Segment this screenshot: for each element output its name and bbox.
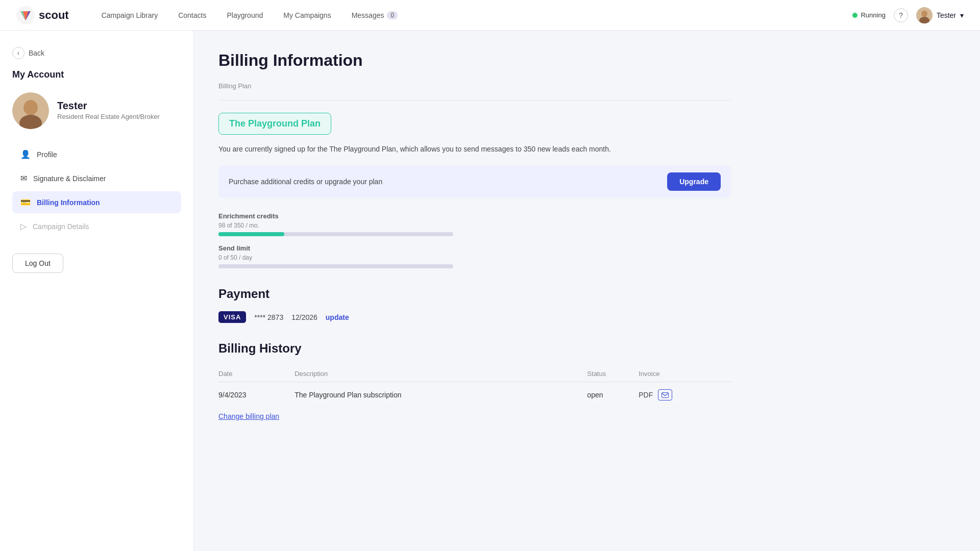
- campaign-details-icon: ▷: [20, 221, 27, 231]
- send-limit-sublabel: 0 of 50 / day: [218, 254, 731, 261]
- card-expiry: 12/2026: [291, 313, 317, 321]
- page-title: Billing Information: [218, 51, 731, 70]
- my-account-title: My Account: [12, 69, 181, 80]
- back-button[interactable]: ‹ Back: [12, 47, 181, 59]
- invoice-email-icon[interactable]: [658, 389, 672, 400]
- sidebar-item-campaign-details: ▷ Campaign Details: [12, 215, 181, 237]
- page-wrapper: ‹ Back My Account Tester Resident Real E…: [0, 31, 980, 551]
- enrichment-credits-label: Enrichment credits: [218, 212, 731, 220]
- messages-badge: 0: [387, 11, 398, 19]
- plan-description: You are currently signed up for the The …: [218, 145, 731, 153]
- billing-icon: 💳: [20, 197, 31, 207]
- header: scout Campaign Library Contacts Playgrou…: [0, 0, 980, 31]
- profile-section: Tester Resident Real Estate Agent/Broker: [12, 92, 181, 129]
- billing-history-title: Billing History: [218, 341, 731, 356]
- signature-icon: ✉: [20, 173, 27, 183]
- user-menu[interactable]: Tester ▾: [916, 7, 964, 23]
- billing-plan-label: Billing Plan: [218, 82, 731, 90]
- credits-section: Enrichment credits 98 of 350 / mo. Send …: [218, 212, 731, 268]
- col-date: Date: [218, 366, 295, 382]
- send-limit-item: Send limit 0 of 50 / day: [218, 244, 731, 268]
- row-description: The Playground Plan subscription: [295, 382, 587, 408]
- main-nav: Campaign Library Contacts Playground My …: [93, 7, 853, 23]
- invoice-pdf-link[interactable]: PDF: [639, 391, 653, 399]
- header-right: Running ? Tester ▾: [852, 7, 964, 23]
- status-indicator: Running: [852, 11, 885, 19]
- enrichment-credits-sublabel: 98 of 350 / mo.: [218, 222, 731, 229]
- logo[interactable]: scout: [16, 6, 69, 24]
- row-date: 9/4/2023: [218, 382, 295, 408]
- back-chevron-icon: ‹: [12, 47, 24, 59]
- billing-history-table: Date Description Status Invoice 9/4/2023…: [218, 366, 731, 408]
- sidebar-item-billing[interactable]: 💳 Billing Information: [12, 191, 181, 213]
- visa-badge: VISA: [218, 311, 246, 323]
- logo-text: scout: [39, 9, 69, 22]
- payment-section: Payment VISA **** 2873 12/2026 update: [218, 287, 731, 323]
- card-last4: **** 2873: [254, 313, 283, 321]
- table-row: 9/4/2023 The Playground Plan subscriptio…: [218, 382, 731, 408]
- send-limit-progress-bg: [218, 264, 453, 268]
- col-status: Status: [587, 366, 639, 382]
- help-button[interactable]: ?: [894, 8, 908, 22]
- send-limit-label: Send limit: [218, 244, 731, 252]
- payment-row: VISA **** 2873 12/2026 update: [218, 311, 731, 323]
- sidebar-item-label: Signature & Disclaimer: [33, 174, 106, 183]
- profile-name: Tester: [57, 100, 181, 112]
- user-avatar: [916, 7, 933, 23]
- change-billing-plan-link[interactable]: Change billing plan: [218, 412, 279, 420]
- divider: [218, 100, 731, 101]
- nav-contacts[interactable]: Contacts: [170, 7, 214, 23]
- update-card-link[interactable]: update: [326, 313, 349, 321]
- svg-point-5: [921, 10, 927, 17]
- avatar: [12, 92, 49, 129]
- sidebar: ‹ Back My Account Tester Resident Real E…: [0, 31, 194, 551]
- upgrade-banner: Purchase additional credits or upgrade y…: [218, 165, 731, 198]
- nav-playground[interactable]: Playground: [218, 7, 271, 23]
- main-content: Billing Information Billing Plan The Pla…: [194, 31, 755, 551]
- nav-messages[interactable]: Messages 0: [344, 7, 406, 23]
- upgrade-button[interactable]: Upgrade: [667, 172, 721, 191]
- profile-info: Tester Resident Real Estate Agent/Broker: [57, 100, 181, 122]
- sidebar-item-label: Profile: [37, 151, 57, 159]
- row-invoice: PDF: [639, 382, 731, 408]
- sidebar-item-label: Billing Information: [37, 198, 100, 207]
- nav-campaign-library[interactable]: Campaign Library: [93, 7, 166, 23]
- payment-title: Payment: [218, 287, 731, 301]
- profile-title: Resident Real Estate Agent/Broker: [57, 112, 181, 122]
- enrichment-progress-bg: [218, 232, 453, 236]
- row-status: open: [587, 382, 639, 408]
- user-name: Tester: [937, 11, 956, 19]
- svg-point-8: [23, 100, 38, 115]
- col-invoice: Invoice: [639, 366, 731, 382]
- back-label: Back: [29, 49, 44, 57]
- nav-my-campaigns[interactable]: My Campaigns: [275, 7, 339, 23]
- logout-button[interactable]: Log Out: [12, 254, 63, 273]
- sidebar-nav: 👤 Profile ✉ Signature & Disclaimer 💳 Bil…: [12, 143, 181, 237]
- enrichment-credits-item: Enrichment credits 98 of 350 / mo.: [218, 212, 731, 236]
- sidebar-item-label: Campaign Details: [33, 222, 89, 231]
- sidebar-item-profile[interactable]: 👤 Profile: [12, 143, 181, 165]
- enrichment-progress-fill: [218, 232, 284, 236]
- col-description: Description: [295, 366, 587, 382]
- status-dot: [852, 13, 857, 18]
- user-menu-chevron: ▾: [960, 11, 964, 19]
- billing-history-section: Billing History Date Description Status …: [218, 341, 731, 420]
- svg-rect-10: [662, 392, 669, 397]
- profile-icon: 👤: [20, 149, 31, 159]
- sidebar-item-signature[interactable]: ✉ Signature & Disclaimer: [12, 167, 181, 189]
- plan-badge: The Playground Plan: [218, 113, 331, 135]
- upgrade-banner-text: Purchase additional credits or upgrade y…: [229, 178, 382, 186]
